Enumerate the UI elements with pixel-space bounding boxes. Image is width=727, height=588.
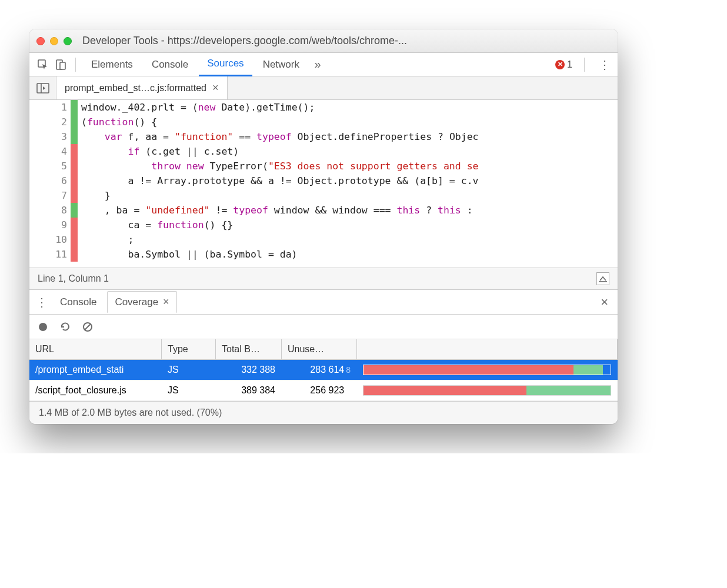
coverage-summary: 1.4 MB of 2.0 MB bytes are not used. (70… <box>29 401 618 424</box>
col-header-url[interactable]: URL <box>29 339 162 359</box>
tab-elements[interactable]: Elements <box>83 54 141 75</box>
cell-url: /script_foot_closure.js <box>29 380 162 400</box>
line-number-gutter: 1234567891011 <box>29 100 71 268</box>
separator <box>584 58 585 72</box>
close-drawer-icon[interactable]: × <box>596 295 613 310</box>
titlebar: Developer Tools - https://developers.goo… <box>29 29 618 53</box>
coverage-gutter <box>71 100 78 268</box>
close-coverage-tab-icon[interactable]: × <box>163 296 169 308</box>
show-drawer-icon[interactable] <box>596 272 609 285</box>
maximize-window-button[interactable] <box>64 37 72 45</box>
cell-url: /prompt_embed_stati <box>29 360 162 380</box>
error-icon: ✕ <box>555 60 565 69</box>
col-header-type[interactable]: Type <box>162 339 216 359</box>
cell-bar <box>357 360 618 380</box>
cell-type: JS <box>162 380 216 400</box>
drawer-tab-coverage-label: Coverage <box>115 296 158 308</box>
cell-total: 332 388 <box>216 360 282 380</box>
col-header-unused[interactable]: Unuse… <box>282 339 357 359</box>
error-count-badge[interactable]: ✕ 1 <box>555 59 572 70</box>
reload-icon[interactable] <box>60 322 71 332</box>
svg-rect-2 <box>60 62 65 69</box>
cell-bar <box>357 380 618 400</box>
svg-point-6 <box>39 323 47 331</box>
device-toolbar-icon[interactable] <box>53 57 68 72</box>
coverage-table-header: URL Type Total B… Unuse… <box>29 339 618 360</box>
file-tab[interactable]: prompt_embed_st…c.js:formatted × <box>56 76 228 99</box>
inspect-element-icon[interactable] <box>35 57 51 72</box>
navigator-toggle-icon[interactable] <box>29 76 56 99</box>
file-tab-name: prompt_embed_st…c.js:formatted <box>65 83 206 93</box>
window-title: Developer Tools - https://developers.goo… <box>82 35 611 47</box>
drawer-tab-console[interactable]: Console <box>53 292 104 313</box>
coverage-toolbar <box>29 315 618 339</box>
separator <box>75 58 76 72</box>
main-toolbar: Elements Console Sources Network » ✕ 1 ⋮ <box>29 53 618 76</box>
minimize-window-button[interactable] <box>50 37 58 45</box>
cursor-position: Line 1, Column 1 <box>38 273 109 284</box>
devtools-window: Developer Tools - https://developers.goo… <box>29 29 618 424</box>
coverage-row[interactable]: /prompt_embed_statiJS332 388283 6148 <box>29 360 618 380</box>
svg-line-8 <box>85 324 91 330</box>
close-window-button[interactable] <box>36 37 45 45</box>
close-file-tab-icon[interactable]: × <box>212 82 219 94</box>
col-header-bar <box>357 339 618 359</box>
window-controls <box>36 37 72 45</box>
tab-sources[interactable]: Sources <box>199 53 252 76</box>
record-icon[interactable] <box>38 322 48 332</box>
editor-status-bar: Line 1, Column 1 <box>29 268 618 290</box>
cell-unused: 283 6148 <box>282 360 357 380</box>
drawer-tab-bar: ⋮ Console Coverage × × <box>29 290 618 315</box>
cell-type: JS <box>162 360 216 380</box>
cell-total: 389 384 <box>216 380 282 400</box>
kebab-menu-icon[interactable]: ⋮ <box>596 57 612 72</box>
drawer-tab-coverage[interactable]: Coverage × <box>107 291 176 313</box>
code-area[interactable]: window._402.prlt = (new Date).getTime();… <box>78 100 618 268</box>
file-tab-bar: prompt_embed_st…c.js:formatted × <box>29 76 618 100</box>
coverage-row[interactable]: /script_foot_closure.jsJS389 384256 9236 <box>29 380 618 401</box>
tab-console[interactable]: Console <box>144 54 196 75</box>
clear-icon[interactable] <box>82 322 93 332</box>
more-tabs-icon[interactable]: » <box>310 57 325 72</box>
col-header-total[interactable]: Total B… <box>216 339 282 359</box>
cell-unused: 256 9236 <box>282 380 357 400</box>
tab-network[interactable]: Network <box>255 54 308 75</box>
drawer-menu-icon[interactable]: ⋮ <box>34 295 49 310</box>
coverage-table: URL Type Total B… Unuse… /prompt_embed_s… <box>29 339 618 401</box>
source-editor[interactable]: 1234567891011 window._402.prlt = (new Da… <box>29 100 618 268</box>
error-count: 1 <box>567 59 572 70</box>
